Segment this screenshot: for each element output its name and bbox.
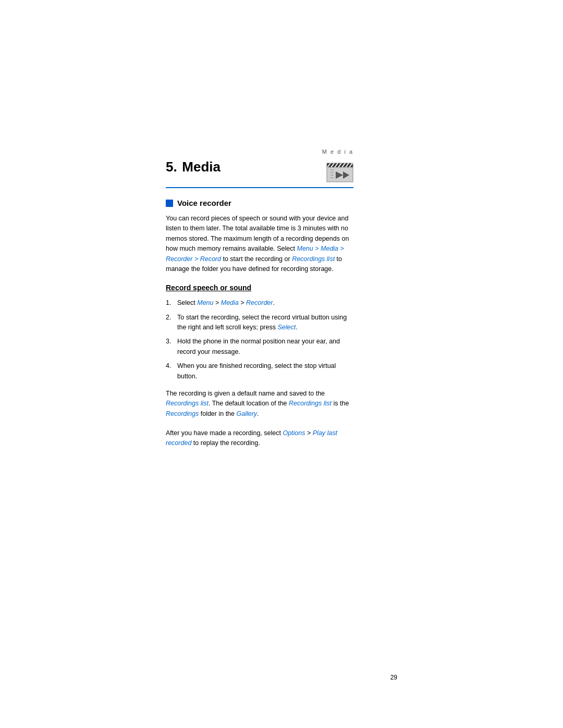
after-steps-2-before: After you have made a recording, select bbox=[166, 429, 283, 437]
menu-link[interactable]: Menu bbox=[197, 299, 213, 306]
after-steps-2-middle: > bbox=[305, 429, 313, 437]
step-3-text: Hold the phone in the normal position ne… bbox=[177, 337, 353, 357]
header-meta: M e d i a bbox=[166, 149, 353, 155]
step-1: 1. Select Menu > Media > Recorder. bbox=[166, 298, 353, 308]
content-area: M e d i a 5. Media bbox=[166, 149, 353, 458]
chapter-number: 5. bbox=[166, 159, 177, 175]
step-3-number: 3. bbox=[166, 337, 177, 357]
gallery-link[interactable]: Gallery bbox=[237, 410, 258, 417]
after-steps-2: After you have made a recording, select … bbox=[166, 428, 353, 449]
after-steps-2-end: to replay the recording. bbox=[191, 439, 260, 447]
section-intro: You can record pieces of speech or sound… bbox=[166, 214, 353, 274]
media-link[interactable]: Media bbox=[221, 299, 239, 306]
subsection-title: Record speech or sound bbox=[166, 283, 353, 292]
chapter-title: Media bbox=[182, 159, 221, 175]
step-4-text: When you are finished recording, select … bbox=[177, 361, 353, 381]
clapperboard-icon bbox=[326, 161, 353, 183]
step-2-number: 2. bbox=[166, 313, 177, 333]
after-steps-1: The recording is given a default name an… bbox=[166, 389, 353, 419]
step-2-text: To start the recording, select the recor… bbox=[177, 313, 353, 333]
step-4-number: 4. bbox=[166, 361, 177, 381]
section-title: Voice recorder bbox=[166, 199, 353, 207]
after-steps-1-before: The recording is given a default name an… bbox=[166, 390, 325, 397]
intro-middle: to start the recording or bbox=[221, 255, 292, 263]
recordings-list-link-3[interactable]: Recordings list bbox=[289, 400, 332, 407]
after-steps-1-final: . bbox=[257, 410, 259, 417]
step-1-text: Select Menu > Media > Recorder. bbox=[177, 298, 353, 308]
after-steps-1-end: folder in the bbox=[199, 410, 236, 417]
page-number-value: 29 bbox=[390, 674, 397, 681]
page-number: 29 bbox=[390, 674, 397, 681]
options-link[interactable]: Options bbox=[283, 429, 305, 437]
after-steps-1-cont: is the bbox=[332, 400, 349, 407]
select-link[interactable]: Select bbox=[277, 324, 296, 331]
chapter-header: 5. Media bbox=[166, 159, 353, 188]
chapter-title-group: 5. Media bbox=[166, 159, 221, 175]
subsection-heading: Record speech or sound bbox=[166, 283, 251, 292]
recorder-link[interactable]: Recorder bbox=[246, 299, 273, 306]
recordings-folder-link[interactable]: Recordings bbox=[166, 410, 199, 417]
step-4: 4. When you are finished recording, sele… bbox=[166, 361, 353, 381]
step-2: 2. To start the recording, select the re… bbox=[166, 313, 353, 333]
step-1-number: 1. bbox=[166, 298, 177, 308]
blue-square-icon bbox=[166, 200, 173, 207]
after-steps-1-middle: . The default location of the bbox=[209, 400, 289, 407]
section-label: M e d i a bbox=[322, 149, 353, 155]
page: M e d i a 5. Media bbox=[0, 0, 563, 728]
step-3: 3. Hold the phone in the normal position… bbox=[166, 337, 353, 357]
recordings-list-link[interactable]: Recordings list bbox=[292, 255, 335, 263]
steps-list: 1. Select Menu > Media > Recorder. 2. To… bbox=[166, 298, 353, 381]
section-heading: Voice recorder bbox=[177, 199, 231, 207]
recordings-list-link-2[interactable]: Recordings list bbox=[166, 400, 209, 407]
